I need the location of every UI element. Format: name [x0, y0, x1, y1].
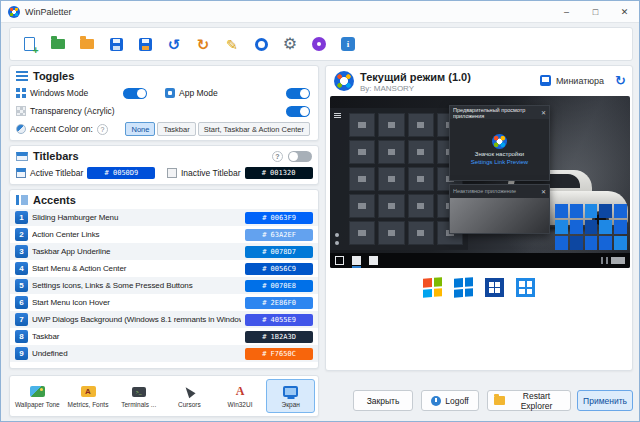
accent-label: UWP Dialogs Background (Windows 8.1 remn… [32, 315, 241, 324]
thumbnail-button[interactable]: Миниатюра [556, 76, 604, 86]
accent-color-chip[interactable]: # 0078D7 [245, 246, 313, 258]
apply-button[interactable]: Применить [577, 390, 633, 411]
tab-wallpaper-tone[interactable]: Wallpaper Tone [13, 379, 62, 413]
transparency-icon [16, 106, 26, 116]
active-window-title: Предварительный просмотр приложения [453, 107, 539, 119]
accent-color-chip[interactable]: # F7650C [245, 348, 313, 360]
tab-terminals[interactable]: Terminals ... [114, 379, 163, 413]
tab-label: Cursors [178, 401, 201, 408]
accent-number-badge: 4 [15, 262, 28, 275]
accent-row-2[interactable]: 2 Action Center Links # 63A2EF [10, 226, 318, 243]
accent-option-taskbar[interactable]: Taskbar [157, 122, 195, 136]
accent-label: Start Menu & Action Center [32, 264, 241, 273]
app-mode-label: App Mode [179, 88, 218, 98]
windows-version-selector [326, 278, 632, 297]
theme-author: By: MANSORY [360, 84, 471, 93]
app-logo-icon [8, 6, 20, 18]
toolbar-open-button[interactable] [74, 31, 100, 57]
restart-explorer-button[interactable]: Restart Explorer [487, 390, 571, 411]
window-titlebar[interactable]: WinPaletter – □ ✕ [1, 1, 639, 23]
tab-screen[interactable]: Экран [266, 379, 315, 413]
windows11-logo-icon[interactable] [516, 278, 535, 297]
titlebars-help-icon[interactable]: ? [272, 151, 283, 162]
tab-label: Metrics, Fonts [68, 401, 109, 408]
preview-header: Текущий режим (1.0) By: MANSORY Миниатюр… [326, 66, 632, 96]
page-tabs: Wallpaper Tone Metrics, Fonts Terminals … [9, 375, 319, 417]
preview-close-icon: ✕ [541, 109, 546, 116]
save-icon [110, 38, 123, 51]
metrics-fonts-icon [81, 386, 96, 397]
accent-color-chip[interactable]: # 0063F9 [245, 212, 313, 224]
preview-inactive-window: Неактивное приложение ✕ [449, 184, 550, 234]
close-icon[interactable]: ✕ [610, 1, 639, 23]
tab-win32ui[interactable]: Win32UI [216, 379, 265, 413]
tab-cursors[interactable]: Cursors [165, 379, 214, 413]
titlebars-toggle[interactable] [288, 151, 312, 162]
active-titlebar-color-chip[interactable]: # 0050D9 [87, 167, 155, 179]
close-app-label: Закрыть [367, 396, 400, 406]
accent-label: Taskbar App Underline [32, 247, 241, 256]
toolbar-colors-button[interactable] [248, 31, 274, 57]
power-icon [335, 241, 339, 245]
toolbar-save-as-button[interactable] [132, 31, 158, 57]
accent-option-none[interactable]: None [125, 122, 155, 136]
transparency-toggle[interactable] [286, 106, 310, 117]
accent-row-1[interactable]: 1 Sliding Hamburger Menu # 0063F9 [10, 209, 318, 226]
system-tray-icons [601, 257, 625, 264]
toolbar-undo-button[interactable] [161, 31, 187, 57]
accent-row-3[interactable]: 3 Taskbar App Underline # 0078D7 [10, 243, 318, 260]
accent-color-chip[interactable]: # 1B2A3D [245, 331, 313, 343]
titlebars-icon [16, 152, 28, 161]
toolbar-save-button[interactable] [103, 31, 129, 57]
accent-row-9[interactable]: 9 Undefined # F7650C [10, 345, 318, 362]
accent-help-icon[interactable]: ? [97, 124, 108, 135]
windows-mode-toggle[interactable] [123, 88, 147, 99]
start-menu-rail [330, 108, 344, 250]
winpaletter-window: WinPaletter – □ ✕ i Toggles Windows Mode [0, 0, 640, 422]
wallpaper-icon [30, 386, 45, 397]
gear-icon [283, 36, 297, 52]
accent-label: Undefined [32, 349, 241, 358]
screen-icon [283, 386, 298, 397]
windows-classic-logo-icon[interactable] [423, 277, 442, 298]
toolbar-settings-button[interactable] [277, 31, 303, 57]
toolbar-info-button[interactable]: i [335, 31, 361, 57]
windows10-logo-icon[interactable] [485, 278, 504, 297]
inactive-titlebar-color-chip[interactable]: # 001320 [245, 167, 313, 179]
accent-on-segmented-control: None Taskbar Start, Taskbar & Action Cen… [125, 122, 310, 136]
toolbar-store-button[interactable] [306, 31, 332, 57]
toolbar-new-button[interactable] [16, 31, 42, 57]
accent-number-badge: 1 [15, 211, 28, 224]
maximize-button[interactable]: □ [581, 1, 610, 23]
accent-color-chip[interactable]: # 0070E8 [245, 280, 313, 292]
logoff-button[interactable]: Logoff [421, 390, 479, 411]
accent-row-5[interactable]: 5 Settings Icons, Links & Some Pressed B… [10, 277, 318, 294]
windows8-logo-icon[interactable] [454, 277, 473, 298]
toolbar-import-button[interactable] [45, 31, 71, 57]
inactive-titlebar-icon [167, 168, 177, 178]
refresh-icon[interactable] [615, 74, 626, 87]
toolbar-redo-button[interactable] [190, 31, 216, 57]
accent-color-chip[interactable]: # 0056C9 [245, 263, 313, 275]
accent-row-4[interactable]: 4 Start Menu & Action Center # 0056C9 [10, 260, 318, 277]
terminal-icon [132, 387, 146, 397]
logoff-icon [431, 396, 441, 406]
close-app-button[interactable]: Закрыть [353, 390, 413, 411]
new-file-icon [24, 37, 35, 51]
window-controls: – □ ✕ [552, 1, 639, 23]
accent-option-start-taskbar-ac[interactable]: Start, Taskbar & Action Center [198, 122, 310, 136]
logoff-label: Logoff [445, 396, 468, 406]
accent-color-chip[interactable]: # 4055E9 [245, 314, 313, 326]
accent-row-6[interactable]: 6 Start Menu Icon Hover # 2E86F0 [10, 294, 318, 311]
accent-color-chip[interactable]: # 2E86F0 [245, 297, 313, 309]
tab-label: Terminals ... [121, 401, 156, 408]
accent-row-7[interactable]: 7 UWP Dialogs Background (Windows 8.1 re… [10, 311, 318, 328]
tab-metrics-fonts[interactable]: Metrics, Fonts [64, 379, 113, 413]
app-mode-toggle[interactable] [286, 88, 310, 99]
toolbar-edit-button[interactable] [219, 31, 245, 57]
accent-row-8[interactable]: 8 Taskbar # 1B2A3D [10, 328, 318, 345]
minimize-button[interactable]: – [552, 1, 581, 23]
taskbar-app-icon [352, 256, 361, 265]
accent-color-chip[interactable]: # 63A2EF [245, 229, 313, 241]
accent-number-badge: 3 [15, 245, 28, 258]
